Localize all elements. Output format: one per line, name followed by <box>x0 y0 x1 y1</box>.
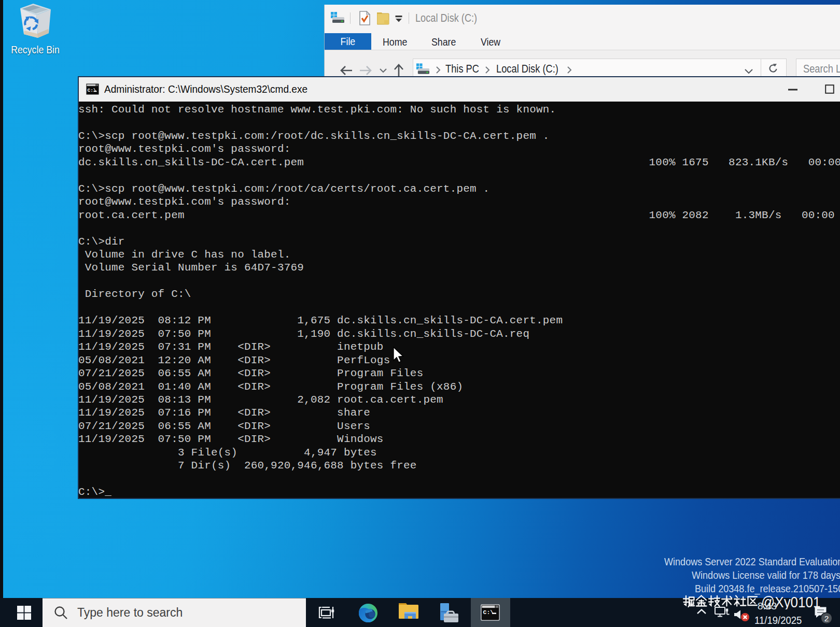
svg-text:2: 2 <box>824 614 829 623</box>
svg-text:C:\: C:\ <box>88 88 96 93</box>
svg-text:@Xy0101: @Xy0101 <box>761 595 820 609</box>
svg-text:C:\: C:\ <box>483 609 494 616</box>
